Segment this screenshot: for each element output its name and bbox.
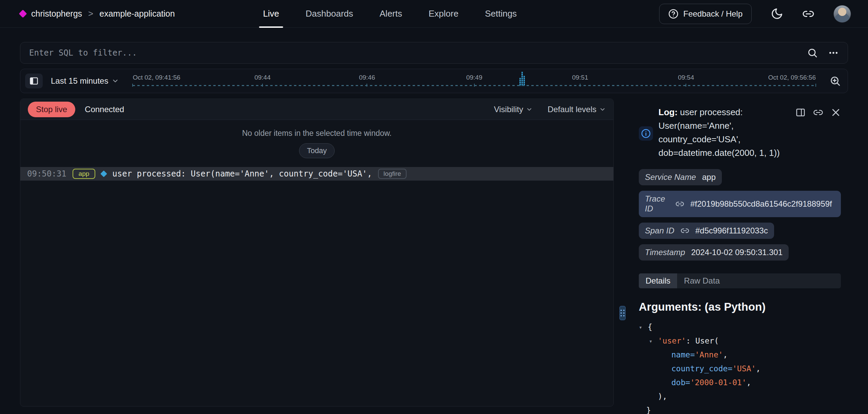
span-id-value: #d5c996f11192033c xyxy=(695,226,768,235)
more-options-icon[interactable] xyxy=(828,47,839,58)
live-log-panel: Stop live Connected Visibility Default l… xyxy=(20,99,614,407)
stop-live-button[interactable]: Stop live xyxy=(28,102,75,117)
code-line: ▾{ xyxy=(639,320,841,334)
detail-panel: Log: user processed: User(name='Anne', c… xyxy=(631,99,848,414)
code-token: , xyxy=(756,364,761,373)
timestamp-field: Timestamp 2024-10-02 09:50:31.301 xyxy=(639,244,789,261)
code-token: ), xyxy=(658,392,667,401)
span-id-field[interactable]: Span ID #d5c996f11192033c xyxy=(639,223,774,239)
time-range-label: Last 15 minutes xyxy=(51,76,108,86)
log-service-tag: app xyxy=(73,169,96,179)
chevron-down-icon xyxy=(526,106,533,113)
detail-fields: Service Name app Trace ID #f2019b98b550c… xyxy=(639,169,841,266)
log-source-tag: logfire xyxy=(378,169,407,179)
feedback-help-button[interactable]: Feedback / Help xyxy=(659,4,752,24)
copy-link-icon[interactable] xyxy=(813,107,823,118)
breadcrumb-org[interactable]: christophergs xyxy=(31,9,82,19)
nav-tab-explore[interactable]: Explore xyxy=(429,0,458,28)
share-link-icon[interactable] xyxy=(802,8,814,20)
code-token: '2000-01-01' xyxy=(690,378,746,387)
detail-title-prefix: Log: xyxy=(658,107,677,117)
timeline-tick xyxy=(474,84,475,87)
time-range-dropdown[interactable]: Last 15 minutes xyxy=(51,76,119,86)
trace-id-field[interactable]: Trace ID #f2019b98b550cd8a61546c2f918895… xyxy=(639,191,841,217)
nav-tab-dashboards[interactable]: Dashboards xyxy=(305,0,353,28)
timestamp-value: 2024-10-02 09:50:31.301 xyxy=(691,248,783,257)
panel-left-icon xyxy=(29,76,39,86)
link-icon xyxy=(675,200,684,208)
visibility-dropdown[interactable]: Visibility xyxy=(494,105,533,114)
span-id-label: Span ID xyxy=(645,226,674,235)
trace-id-value: #f2019b98b550cd8a61546c2f9188959f xyxy=(690,199,832,209)
sql-filter-bar xyxy=(20,42,848,64)
timeline-tick xyxy=(132,84,133,87)
default-levels-label: Default levels xyxy=(548,105,596,114)
panel-resize-handle[interactable] xyxy=(619,306,626,320)
code-token: , xyxy=(747,378,751,387)
chevron-down-icon xyxy=(112,77,119,85)
open-in-panel-icon[interactable] xyxy=(795,107,806,118)
code-token: 'USA' xyxy=(732,364,756,373)
timeline-activity-spike xyxy=(519,72,525,86)
code-line: country_code='USA', xyxy=(639,362,841,376)
breadcrumb: christophergs > example-application xyxy=(20,8,175,19)
code-line: ), xyxy=(639,390,841,403)
arguments-heading: Arguments: (as Python) xyxy=(639,301,841,313)
log-row[interactable]: 09:50:31 app user processed: User(name='… xyxy=(20,167,613,181)
default-levels-dropdown[interactable]: Default levels xyxy=(548,105,606,114)
close-icon[interactable] xyxy=(831,107,841,118)
service-name-label: Service Name xyxy=(645,172,696,182)
timestamp-label: Timestamp xyxy=(645,248,685,257)
arguments-heading-suffix: (as Python) xyxy=(702,301,766,313)
visibility-label: Visibility xyxy=(494,105,523,114)
detail-tab-raw-data[interactable]: Raw Data xyxy=(677,273,726,288)
code-line: ▾'user': User( xyxy=(639,334,841,348)
detail-header: Log: user processed: User(name='Anne', c… xyxy=(639,105,841,160)
timeline-tick xyxy=(580,84,580,87)
log-level-diamond-icon xyxy=(100,170,107,177)
timeline-label: Oct 02, 09:56:56 xyxy=(768,74,816,81)
timeline-label: 09:54 xyxy=(678,74,694,81)
top-navbar: christophergs > example-application Live… xyxy=(0,0,868,28)
sidebar-toggle-button[interactable] xyxy=(25,74,43,88)
connection-status: Connected xyxy=(85,105,124,114)
theme-toggle-moon-icon[interactable] xyxy=(771,7,783,20)
collapse-chevron-icon[interactable]: ▾ xyxy=(649,334,652,348)
sql-filter-input[interactable] xyxy=(29,48,807,58)
code-token: , xyxy=(723,350,728,359)
detail-actions xyxy=(795,105,841,118)
today-button[interactable]: Today xyxy=(299,143,335,158)
detail-tabs: DetailsRaw Data xyxy=(639,273,841,288)
live-panel-header: Stop live Connected Visibility Default l… xyxy=(20,99,613,120)
trace-id-label: Trace ID xyxy=(645,194,669,214)
code-line: name='Anne', xyxy=(639,348,841,362)
code-token: { xyxy=(648,323,652,331)
collapse-chevron-icon[interactable]: ▾ xyxy=(639,320,642,334)
info-icon xyxy=(639,126,653,141)
search-icon[interactable] xyxy=(807,47,818,58)
code-line: dob='2000-01-01', xyxy=(639,376,841,390)
code-token: 'user' xyxy=(658,336,686,345)
code-token: country_code= xyxy=(671,364,732,373)
code-token: : User( xyxy=(686,336,719,345)
timeline-label: Oct 02, 09:41:56 xyxy=(133,74,180,81)
arguments-heading-main: Arguments: xyxy=(639,301,702,313)
timeline-tick xyxy=(815,84,816,87)
nav-tab-live[interactable]: Live xyxy=(263,0,279,28)
nav-tabs: LiveDashboardsAlertsExploreSettings xyxy=(263,0,517,28)
breadcrumb-project[interactable]: example-application xyxy=(99,9,175,19)
service-name-value: app xyxy=(702,172,716,182)
nav-tab-settings[interactable]: Settings xyxy=(485,0,517,28)
logfire-logo-icon[interactable] xyxy=(19,9,27,18)
code-block: ▾{▾'user': User(name='Anne',country_code… xyxy=(639,320,841,414)
timeline-bar: Last 15 minutes Oct 02, 09:41:5609:4409:… xyxy=(20,69,848,93)
log-message: user processed: User(name='Anne', countr… xyxy=(112,169,372,179)
user-avatar[interactable] xyxy=(833,5,851,23)
timeline-zoom-icon[interactable] xyxy=(829,75,841,87)
detail-tab-details[interactable]: Details xyxy=(639,273,677,288)
timeline-tick xyxy=(367,84,367,87)
timeline-scale[interactable]: Oct 02, 09:41:5609:4409:4609:4909:5109:5… xyxy=(133,69,816,93)
code-token: name= xyxy=(671,350,695,359)
nav-tab-alerts[interactable]: Alerts xyxy=(380,0,402,28)
timeline-label: 09:49 xyxy=(466,74,482,81)
